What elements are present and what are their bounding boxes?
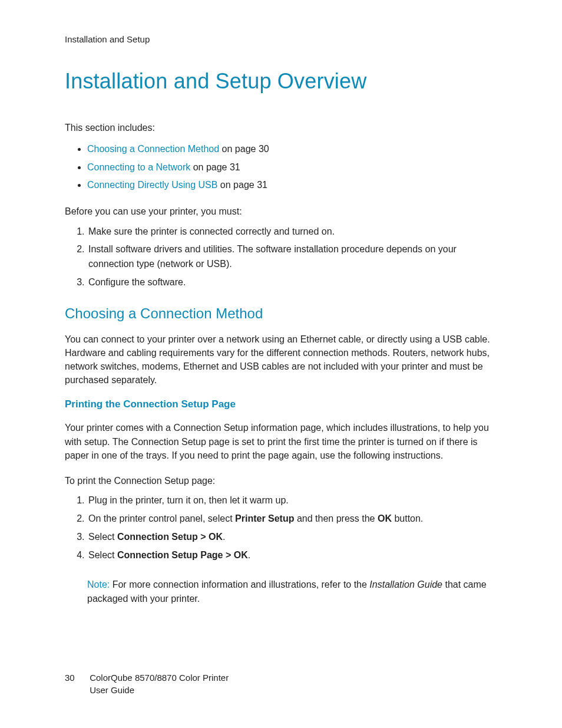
list-item: Install software drivers and utilities. … — [87, 242, 497, 272]
xref-link[interactable]: Choosing a Connection Method — [87, 144, 219, 154]
step-text: On the printer control panel, select — [88, 513, 235, 523]
subsection-heading: Printing the Connection Setup Page — [65, 398, 497, 410]
section-heading: Choosing a Connection Method — [65, 305, 497, 322]
before-steps-list: Make sure the printer is connected corre… — [65, 225, 497, 290]
page-title: Installation and Setup Overview — [65, 69, 497, 94]
steps-lead: To print the Connection Setup page: — [65, 474, 497, 487]
print-steps-list: Plug in the printer, turn it on, then le… — [65, 493, 497, 562]
ui-label: Connection Setup Page > OK — [117, 550, 248, 560]
step-text: and then press the — [295, 513, 378, 523]
footer-line2: User Guide — [90, 685, 134, 695]
toc-item: Connecting Directly Using USB on page 31 — [87, 176, 497, 194]
xref-page: on page 31 — [217, 180, 267, 190]
toc-item: Connecting to a Network on page 31 — [87, 159, 497, 176]
step-text: button. — [392, 513, 423, 523]
section-intro: This section includes: — [65, 121, 497, 134]
document-page: Installation and Setup Installation and … — [0, 0, 562, 728]
ui-label: OK — [378, 513, 392, 523]
list-item: Make sure the printer is connected corre… — [87, 225, 497, 239]
xref-link[interactable]: Connecting to a Network — [87, 162, 190, 172]
step-text: Select — [88, 550, 117, 560]
ui-label: Connection Setup > OK — [117, 532, 223, 542]
footer-text: ColorQube 8570/8870 Color Printer User G… — [90, 671, 229, 696]
before-lead: Before you can use your printer, you mus… — [65, 205, 497, 218]
step-text: . — [223, 532, 225, 542]
step-text: . — [248, 550, 250, 560]
list-item: Plug in the printer, turn it on, then le… — [87, 493, 497, 508]
doc-title: Installation Guide — [369, 579, 442, 589]
list-item: Select Connection Setup > OK. — [87, 530, 497, 545]
note-block: Note: For more connection information an… — [87, 578, 497, 605]
list-item: Configure the software. — [87, 275, 497, 290]
footer-line1: ColorQube 8570/8870 Color Printer — [90, 673, 229, 683]
running-header: Installation and Setup — [65, 34, 497, 44]
xref-page: on page 31 — [190, 162, 240, 172]
xref-link[interactable]: Connecting Directly Using USB — [87, 180, 217, 190]
list-item: Select Connection Setup Page > OK. — [87, 548, 497, 563]
subsection-paragraph: Your printer comes with a Connection Set… — [65, 421, 497, 462]
toc-item: Choosing a Connection Method on page 30 — [87, 140, 497, 158]
note-label: Note: — [87, 579, 110, 589]
note-text: For more connection information and illu… — [110, 579, 369, 589]
list-item: On the printer control panel, select Pri… — [87, 512, 497, 526]
section-paragraph: You can connect to your printer over a n… — [65, 332, 497, 387]
toc-bullet-list: Choosing a Connection Method on page 30 … — [65, 140, 497, 194]
page-number: 30 — [65, 671, 87, 684]
ui-label: Printer Setup — [235, 513, 294, 523]
step-text: Select — [88, 532, 117, 542]
page-footer: 30 ColorQube 8570/8870 Color Printer Use… — [65, 671, 229, 696]
xref-page: on page 30 — [219, 144, 269, 154]
